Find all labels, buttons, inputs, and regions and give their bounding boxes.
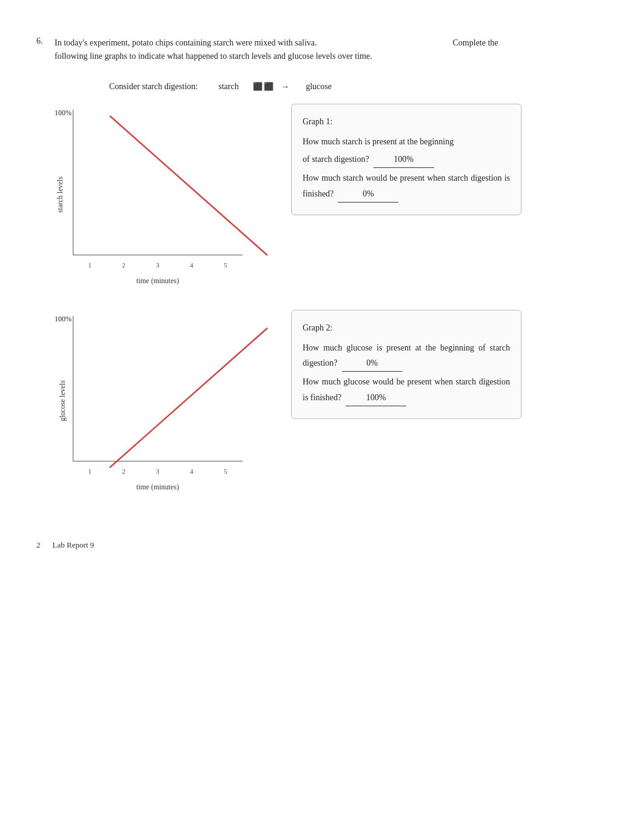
- graph1-x-label: time (minutes): [73, 277, 243, 286]
- graph1-row: 100% starch levels 1 2 3 4 5 time (minut…: [36, 104, 608, 286]
- consider-label: Consider starch digestion:: [109, 82, 198, 92]
- graph2-container: 100% glucose levels 1 2 3 4 5 time (minu…: [36, 310, 267, 492]
- svg-line-1: [110, 328, 267, 468]
- graph1-area: [73, 110, 243, 255]
- graph1-a2: 0%: [338, 186, 398, 203]
- graph1-x-ticks: 1 2 3 4 5: [73, 261, 243, 269]
- digestion-squares: ⬛⬛: [253, 82, 275, 92]
- graph2-x-ticks: 1 2 3 4 5: [73, 468, 243, 475]
- graph1-svg: [110, 116, 280, 261]
- graph1-title: Graph 1:: [303, 114, 510, 129]
- graph2-title: Graph 2:: [303, 320, 510, 335]
- footer: 2 Lab Report 9: [36, 540, 608, 550]
- question-text2: following line graphs to indicate what h…: [55, 52, 372, 61]
- glucose-label: glucose: [306, 82, 332, 92]
- graph1-container: 100% starch levels 1 2 3 4 5 time (minut…: [36, 104, 267, 286]
- graph2-a1: 0%: [342, 355, 403, 372]
- footer-title: Lab Report 9: [53, 540, 95, 550]
- graph2-svg: [110, 322, 280, 468]
- question-text: In today's experiment, potato chips cont…: [55, 36, 608, 64]
- graph1-a1: 100%: [374, 152, 434, 168]
- graph2-y-label: glucose levels: [58, 380, 67, 421]
- graph1-y-label: starch levels: [56, 176, 65, 213]
- graph2-row: 100% glucose levels 1 2 3 4 5 time (minu…: [36, 310, 608, 492]
- graph2-q1: How much glucose is present at the begin…: [303, 340, 510, 372]
- graph2-y100: 100%: [55, 315, 72, 324]
- graph2-q2: How much glucose would be present when s…: [303, 374, 510, 406]
- graph2-info-box: Graph 2: How much glucose is present at …: [291, 310, 522, 419]
- graph1-q1: How much starch is present at the beginn…: [303, 134, 510, 149]
- graph1-info-box: Graph 1: How much starch is present at t…: [291, 104, 522, 215]
- graph1-q1-cont: of starch digestion? 100%: [303, 152, 510, 168]
- graph2-a2: 100%: [346, 390, 406, 406]
- starch-label: starch: [218, 82, 238, 92]
- question-number: 6.: [36, 36, 55, 46]
- question-block: 6. In today's experiment, potato chips c…: [36, 36, 608, 64]
- digestion-label: Consider starch digestion: starch ⬛⬛ → g…: [109, 82, 608, 92]
- graph1-q2: How much starch would be present when st…: [303, 170, 510, 202]
- graph1-y100: 100%: [55, 109, 72, 118]
- graphs-section: 100% starch levels 1 2 3 4 5 time (minut…: [36, 104, 608, 492]
- digestion-arrow: →: [281, 82, 289, 92]
- svg-line-0: [110, 116, 267, 255]
- graph2-area: [73, 316, 243, 461]
- footer-page: 2: [36, 540, 41, 550]
- question-main-text: In today's experiment, potato chips cont…: [55, 38, 317, 47]
- complete-note: Complete the: [453, 38, 498, 47]
- graph2-x-label: time (minutes): [73, 483, 243, 492]
